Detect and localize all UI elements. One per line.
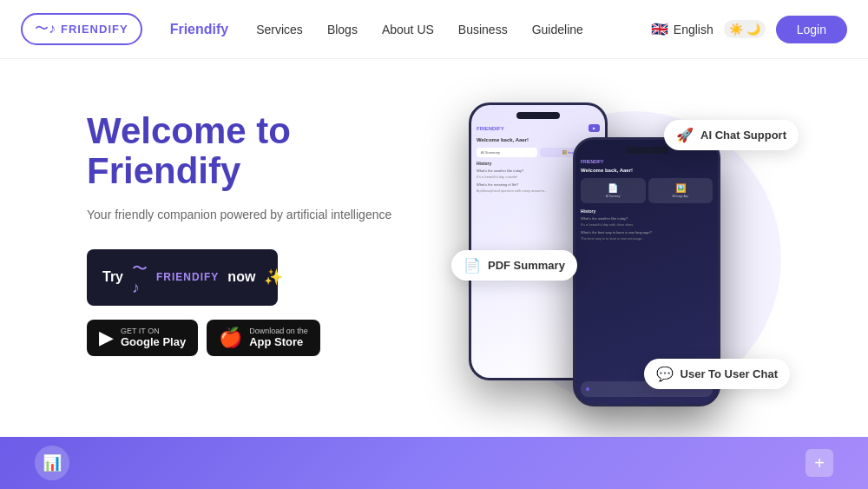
logo-text: FRIENDIFY [61, 23, 128, 36]
phone2-notch [625, 147, 668, 154]
app-store-text: Download on the App Store [249, 327, 308, 348]
pdf-summary-badge: 📄 PDF Summary [451, 250, 577, 281]
app-store-button[interactable]: 🍎 Download on the App Store [207, 320, 320, 356]
ai-chat-label: AI Chat Support [700, 129, 786, 142]
app-store-top: Download on the [249, 327, 308, 335]
nav-right: 🇬🇧 English ☀️ 🌙 Login [651, 16, 847, 43]
phone1-title: FRIENDIFY [477, 126, 504, 131]
sun-icon: ☀️ [729, 23, 743, 36]
user-chat-label: User To User Chat [681, 367, 778, 380]
footer-logo-icon: 📊 [35, 446, 69, 480]
nav-links: Services Blogs About US Business Guideli… [256, 23, 583, 36]
phone1-top-bar: FRIENDIFY ▶ [477, 124, 600, 132]
apple-icon: 🍎 [219, 327, 242, 349]
nav-link-services[interactable]: Services [256, 23, 303, 36]
try-now-bar[interactable]: Try 〜♪ FRIENDIFY now ✨ [87, 249, 278, 306]
ai-chat-icon: 🚀 [676, 127, 694, 143]
hero-visual: FRIENDIFY ▶ Welcome back, Aaer! AI Summa… [434, 94, 799, 437]
phone2-q1: What's the weather like today? [581, 216, 713, 221]
wave-logo-icon: 〜♪ [132, 258, 148, 297]
phone2-a1: It's a beautiful day with clear skies [581, 222, 713, 227]
try-label: Try [102, 269, 123, 285]
phone2-welcome: Welcome back, Aaer! [581, 168, 713, 173]
google-play-text: GET IT ON Google Play [121, 327, 186, 348]
footer-wave: 📊 + [0, 437, 868, 489]
store-buttons: ▶ GET IT ON Google Play 🍎 Download on th… [87, 320, 417, 356]
brand-small-label: FRIENDIFY [156, 271, 219, 283]
theme-toggle[interactable]: ☀️ 🌙 [724, 20, 766, 38]
phone2-feature-row: 📄 AI Summary 🖼️ AI Image App [581, 178, 713, 203]
logo-wrapper[interactable]: 〜♪ FRIENDIFY [21, 13, 142, 45]
phone2-q2: What's the best way to learn a new langu… [581, 230, 713, 235]
now-label: now [227, 269, 255, 285]
wave-icon: 〜♪ [35, 20, 56, 38]
footer-plus-icon: + [806, 449, 833, 477]
app-store-bottom: App Store [249, 335, 308, 348]
phone2-history-label: History [581, 208, 713, 214]
phone2-input-dot [586, 387, 589, 391]
sparkle-icon: ✨ [264, 268, 283, 287]
phone2-feature2: 🖼️ AI Image App [648, 178, 713, 203]
moon-icon: 🌙 [746, 23, 760, 36]
hero-content: Welcome to Friendify Your friendly compa… [87, 94, 417, 356]
phone2-header: FRIENDIFY [581, 159, 713, 164]
phone1-notch [516, 112, 560, 119]
phone2-feature2-label: AI Image App [652, 195, 710, 198]
hero-section: Welcome to Friendify Your friendly compa… [0, 59, 868, 437]
hero-title: Welcome to Friendify [87, 111, 417, 191]
phone1-btn: ▶ [589, 124, 600, 132]
nav-link-about[interactable]: About US [382, 23, 434, 36]
phone2-feature2-icon: 🖼️ [652, 183, 710, 193]
nav-left: 〜♪ FRIENDIFY Friendify Services Blogs Ab… [21, 13, 583, 45]
phone2-feature1: 📄 AI Summary [581, 178, 646, 203]
phone2-feature1-label: AI Summary [584, 195, 642, 198]
google-play-top: GET IT ON [121, 327, 186, 335]
nav-link-guideline[interactable]: Guideline [532, 23, 583, 36]
login-button[interactable]: Login [776, 16, 847, 43]
language-label: English [674, 23, 713, 36]
phone2-a2: The best way is to start a new message..… [581, 236, 713, 241]
google-play-button[interactable]: ▶ GET IT ON Google Play [87, 320, 198, 356]
nav-link-business[interactable]: Business [458, 23, 508, 36]
google-play-bottom: Google Play [121, 335, 186, 348]
navbar: 〜♪ FRIENDIFY Friendify Services Blogs Ab… [0, 0, 868, 59]
pdf-summary-label: PDF Summary [488, 259, 565, 272]
chat-icon: 💬 [656, 366, 674, 382]
footer-logo: 📊 [35, 446, 69, 480]
google-play-icon: ▶ [99, 327, 114, 349]
hero-title-line2: Friendify [87, 150, 240, 191]
flag-icon: 🇬🇧 [651, 21, 668, 37]
ai-chat-badge: 🚀 AI Chat Support [664, 120, 799, 150]
user-chat-badge: 💬 User To User Chat [644, 359, 790, 389]
nav-link-blogs[interactable]: Blogs [327, 23, 358, 36]
hero-title-line1: Welcome to [87, 110, 291, 151]
nav-brand[interactable]: Friendify [170, 22, 229, 37]
hero-subtitle: Your friendly companion powered by artif… [87, 205, 417, 224]
language-selector[interactable]: 🇬🇧 English [651, 21, 713, 37]
pdf-icon: 📄 [464, 257, 481, 274]
phone2-feature1-icon: 📄 [584, 183, 642, 193]
phone1-msg-box: AI Summary [477, 148, 537, 157]
